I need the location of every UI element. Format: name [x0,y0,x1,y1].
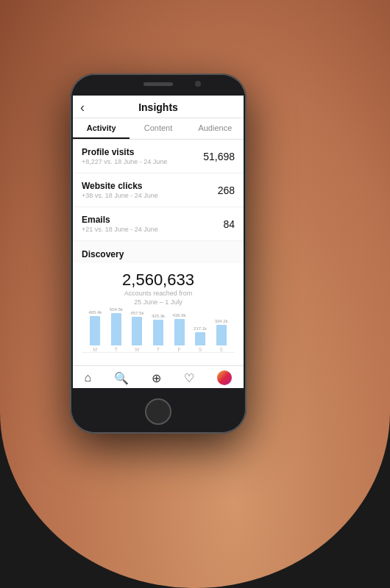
bar-rect [195,332,205,345]
bar-column: 504.5kT [110,307,123,352]
content-area: Profile visits +8,227 vs. 18 June - 24 J… [73,140,244,365]
discovery-card: 2,560,633 Accounts reached from 25 June … [73,263,244,360]
bar-day-label: F [177,347,180,352]
website-clicks-label: Website clicks [82,181,158,191]
emails-row: Emails +21 vs. 18 June - 24 June 84 [73,207,244,241]
home-icon[interactable]: ⌂ [85,371,92,384]
phone-camera [195,81,201,87]
bar-column: 436.9kF [173,313,186,352]
discovery-subtitle: Accounts reached from 25 June – 1 July [82,290,235,306]
bottom-navigation: ⌂ 🔍 ⊕ ♡ [73,365,244,388]
bar-column: 457.5kW [130,311,143,352]
bar-rect [153,320,163,345]
phone-speaker [143,82,173,86]
bar-value-label: 334.2k [215,319,228,323]
bar-value-label: 465.4k [88,310,102,315]
bar-rect [132,317,142,345]
bar-column: 425.3kT [152,314,165,352]
profile-visits-value: 51,698 [203,151,235,162]
add-icon[interactable]: ⊕ [152,371,161,385]
bar-value-label: 425.3k [152,314,165,318]
profile-visits-row: Profile visits +8,227 vs. 18 June - 24 J… [73,140,244,173]
website-clicks-label-group: Website clicks +38 vs. 18 June - 24 June [82,181,158,199]
emails-label-group: Emails +21 vs. 18 June - 24 June [82,215,158,233]
discovery-title: Discovery [82,249,124,259]
profile-visits-label-group: Profile visits +8,227 vs. 18 June - 24 J… [82,147,167,165]
profile-avatar[interactable] [217,370,232,385]
tab-activity[interactable]: Activity [73,118,130,139]
discovery-section-header: Discovery [73,241,244,263]
bar-day-label: T [157,347,160,352]
bar-rect [111,313,121,345]
bar-day-label: S [219,347,223,352]
emails-value: 84 [223,218,235,230]
bar-column: 334.2kS [215,319,228,352]
bar-column: 465.4kM [88,310,102,352]
scene: ‹ Insights Activity Content Audience [0,0,390,588]
phone-inner: ‹ Insights Activity Content Audience [71,75,245,432]
phone-screen: ‹ Insights Activity Content Audience [73,96,244,388]
bar-column: 217.1kS [194,326,207,352]
emails-label: Emails [82,215,158,225]
tabs-bar: Activity Content Audience [73,118,244,140]
search-icon[interactable]: 🔍 [114,371,129,385]
bar-value-label: 504.5k [110,307,123,312]
back-button[interactable]: ‹ [80,100,85,115]
bar-day-label: M [93,347,97,352]
bar-rect [216,325,227,345]
reach-bar-chart: 465.4kM504.5kT457.5kW425.3kT436.9kF217.1… [82,312,235,353]
bar-day-label: W [135,347,140,352]
bar-value-label: 436.9k [173,313,186,318]
profile-visits-sub: +8,227 vs. 18 June - 24 June [82,158,167,165]
reach-row: Reach +211,639 vs. 18 June - 24 June 2,5… [73,360,244,365]
discovery-number: 2,560,633 [82,270,235,290]
website-clicks-sub: +38 vs. 18 June - 24 June [82,192,158,199]
bar-day-label: S [199,347,202,352]
bar-value-label: 217.1k [194,326,207,331]
bar-rect [174,319,185,345]
app: ‹ Insights Activity Content Audience [73,96,244,388]
website-clicks-value: 268 [218,184,235,196]
tab-content[interactable]: Content [130,118,186,139]
website-clicks-row: Website clicks +38 vs. 18 June - 24 June… [73,173,244,207]
home-button[interactable] [145,398,171,425]
phone-frame: ‹ Insights Activity Content Audience [70,74,247,434]
tab-audience[interactable]: Audience [187,118,244,139]
profile-visits-label: Profile visits [82,147,167,157]
bar-rect [90,316,100,345]
bar-day-label: T [115,347,118,352]
heart-icon[interactable]: ♡ [184,371,194,385]
emails-sub: +21 vs. 18 June - 24 June [82,226,158,233]
bar-value-label: 457.5k [130,311,143,315]
page-title: Insights [138,101,178,113]
app-header: ‹ Insights [73,96,244,118]
